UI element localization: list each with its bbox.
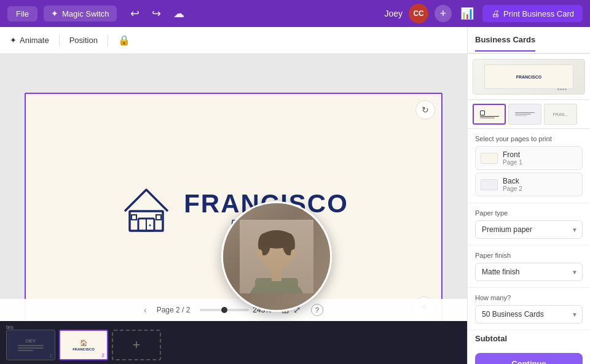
how-many-select[interactable]: 50 Business Cards bbox=[475, 305, 583, 323]
analytics-button[interactable]: 📊 bbox=[458, 4, 476, 23]
front-page-num: Page 1 bbox=[503, 159, 522, 166]
cloud-save-button[interactable]: ☁ bbox=[170, 4, 188, 23]
page-indicator: Page 2 / 2 bbox=[157, 306, 191, 314]
preview-dots bbox=[557, 88, 567, 90]
toolbar-right: Joey CC + 📊 🖨 Print Business Card bbox=[385, 4, 583, 23]
back-page-num: Page 2 bbox=[503, 185, 522, 192]
paper-type-select[interactable]: Premium paper bbox=[475, 220, 583, 239]
main-layout: FRANCISCO Real Estate ↻ ✦ bbox=[0, 54, 590, 364]
magic-icon: ✦ bbox=[51, 9, 58, 18]
user-name: Joey bbox=[385, 9, 403, 18]
card-thumb-1[interactable] bbox=[473, 104, 506, 125]
front-side-label: Front bbox=[503, 150, 522, 159]
back-side-label: Back bbox=[503, 177, 522, 185]
preview-card: FRANCISCO bbox=[484, 64, 573, 88]
thumb-line2 bbox=[480, 117, 495, 118]
page-thumb-1[interactable]: OEY 1 bbox=[6, 330, 55, 360]
card-thumb-3[interactable]: FRAN... bbox=[544, 104, 577, 125]
toolbar-history: ↩ ↪ ☁ bbox=[127, 4, 188, 23]
svg-rect-3 bbox=[156, 215, 161, 220]
thumb2-number: 2 bbox=[102, 352, 104, 358]
front-thumb bbox=[481, 153, 498, 164]
how-many-label: How many? bbox=[475, 294, 583, 301]
back-page-info: Back Page 2 bbox=[503, 177, 522, 192]
toolbar-divider-2 bbox=[108, 34, 108, 47]
paper-finish-select[interactable]: Matte finish bbox=[475, 263, 583, 281]
avatar[interactable]: CC bbox=[409, 4, 428, 23]
paper-type-section: Paper type Premium paper ▼ bbox=[468, 203, 590, 246]
thumb2-brand: FRANCISCO bbox=[73, 347, 95, 351]
panel-tab-bar: Business Cards bbox=[467, 27, 590, 54]
lock-icon[interactable]: 🔒 bbox=[118, 34, 130, 46]
card-thumb-1-content bbox=[479, 109, 500, 120]
scroll-left-button[interactable]: ‹ bbox=[144, 305, 147, 315]
animate-icon: ✦ bbox=[10, 36, 17, 45]
print-label: Print Business Card bbox=[503, 9, 574, 18]
subtotal-label: Subtotal bbox=[475, 334, 507, 343]
thumb-house-mini bbox=[480, 110, 485, 115]
page-thumb-2[interactable]: 🏠 FRANCISCO 2 bbox=[59, 330, 108, 360]
paper-finish-select-wrapper: Matte finish ▼ bbox=[475, 263, 583, 281]
thumb2-line3 bbox=[515, 115, 527, 117]
add-people-button[interactable]: + bbox=[435, 5, 452, 22]
card-thumb-3-text: FRAN... bbox=[553, 112, 568, 117]
canvas-area: FRANCISCO Real Estate ↻ ✦ bbox=[0, 54, 467, 364]
house-logo bbox=[119, 180, 174, 238]
main-toolbar: File ✦ Magic Switch ↩ ↪ ☁ Joey CC + 📊 🖨 … bbox=[0, 0, 590, 27]
thumb1-lines bbox=[17, 344, 45, 352]
print-icon: 🖨 bbox=[491, 9, 500, 18]
back-thumb bbox=[481, 179, 498, 190]
thumb1-label: OEY bbox=[26, 338, 36, 344]
page-thumbs-row: OEY 1 🏠 FRANCISCO 2 + bbox=[6, 330, 161, 360]
select-pages-label: Select your pages to print bbox=[475, 135, 583, 142]
continue-button[interactable]: Continue bbox=[475, 353, 583, 364]
front-page-info: Front Page 1 bbox=[503, 150, 522, 166]
magic-switch-label: Magic Switch bbox=[62, 9, 109, 18]
thumb1-line2 bbox=[18, 347, 44, 349]
bg-blur bbox=[223, 203, 330, 310]
undo-button[interactable]: ↩ bbox=[127, 4, 143, 23]
card-thumbs-row: FRAN... bbox=[468, 100, 590, 129]
position-button[interactable]: Position bbox=[69, 36, 98, 45]
print-pages-list: Front Page 1 Back Page 2 bbox=[475, 146, 583, 196]
svg-rect-2 bbox=[132, 215, 136, 220]
toolbar-left: File ✦ Magic Switch bbox=[7, 6, 117, 21]
thumb1-line1 bbox=[18, 345, 44, 346]
video-overlay: → bbox=[221, 201, 332, 312]
svg-point-4 bbox=[149, 224, 151, 226]
paper-type-label: Paper type bbox=[475, 209, 583, 217]
front-page-item[interactable]: Front Page 1 bbox=[475, 146, 583, 170]
how-many-select-wrapper: 50 Business Cards ▼ bbox=[475, 305, 583, 323]
select-pages-section: Select your pages to print Front Page 1 … bbox=[468, 129, 590, 203]
preview-text: FRANCISCO bbox=[516, 75, 542, 79]
thumb1-number: 1 bbox=[50, 353, 52, 358]
house-svg bbox=[119, 180, 174, 236]
print-business-card-button[interactable]: 🖨 Print Business Card bbox=[482, 5, 583, 22]
thumb1-line3 bbox=[18, 350, 34, 351]
paper-finish-section: Paper finish Matte finish ▼ bbox=[468, 246, 590, 288]
back-page-item[interactable]: Back Page 2 bbox=[475, 172, 583, 196]
right-panel: FRANCISCO bbox=[467, 54, 590, 364]
thumb-line1 bbox=[480, 116, 499, 117]
card-thumb-2-content bbox=[514, 111, 536, 118]
redo-button[interactable]: ↪ bbox=[148, 4, 165, 23]
thumb2-line2 bbox=[515, 114, 531, 115]
preview-strip: FRANCISCO bbox=[468, 54, 590, 100]
thumb2-line1 bbox=[515, 112, 535, 114]
refresh-button[interactable]: ↻ bbox=[415, 100, 435, 120]
magic-switch-button[interactable]: ✦ Magic Switch bbox=[44, 6, 117, 21]
panel-tab-label[interactable]: Business Cards bbox=[475, 35, 535, 52]
file-menu-button[interactable]: File bbox=[7, 6, 37, 21]
card-thumb-2[interactable] bbox=[508, 104, 541, 125]
subtotal-row: Subtotal bbox=[468, 330, 590, 347]
preview-image: FRANCISCO bbox=[473, 59, 585, 95]
toolbar-divider bbox=[59, 34, 60, 47]
animate-label: Animate bbox=[20, 36, 49, 45]
page-thumbs-bar: tes OEY 1 🏠 FRANCISCO 2 bbox=[0, 321, 467, 364]
thumb2-house-icon: 🏠 bbox=[80, 339, 87, 346]
paper-type-select-wrapper: Premium paper ▼ bbox=[475, 220, 583, 239]
how-many-section: How many? 50 Business Cards ▼ bbox=[468, 288, 590, 330]
add-page-button[interactable]: + bbox=[112, 330, 161, 360]
animate-button[interactable]: ✦ Animate bbox=[10, 36, 49, 45]
position-label: Position bbox=[69, 36, 98, 45]
